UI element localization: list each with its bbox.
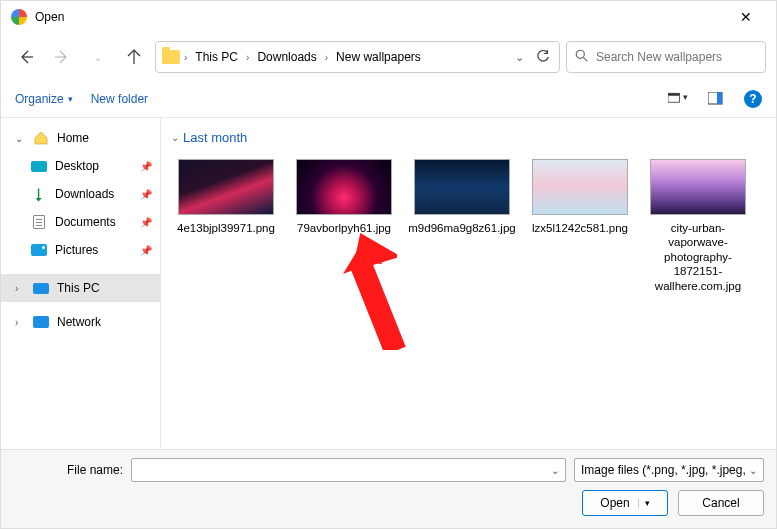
sidebar-item-pictures[interactable]: Pictures 📌 [1,236,160,264]
thumbnail [532,159,628,215]
chevron-down-icon: ▾ [68,94,73,104]
filter-value: Image files (*.png, *.jpg, *.jpeg, [581,463,749,477]
breadcrumb-new-wallpapers[interactable]: New wallpapers [332,48,425,66]
sidebar-label-pictures: Pictures [55,243,98,257]
address-bar[interactable]: › This PC › Downloads › New wallpapers ⌄ [155,41,560,73]
chevron-down-icon: ▾ [683,92,688,106]
chevron-down-icon: ▾ [638,498,650,508]
pictures-icon [31,244,47,256]
nav-row: ⌄ › This PC › Downloads › New wallpapers… [1,33,776,81]
thumbnail [650,159,746,215]
sidebar-label-network: Network [57,315,101,329]
filename-combo[interactable]: ⌄ [131,458,566,482]
chevron-right-icon: › [246,52,249,63]
download-icon: ⭣ [31,186,47,202]
search-input[interactable] [596,50,757,64]
sidebar-label-downloads: Downloads [55,187,114,201]
home-icon [33,130,49,146]
preview-icon [708,92,724,106]
thumbnail [414,159,510,215]
refresh-icon [536,50,550,64]
toolbar: Organize ▾ New folder ▾ ? [1,81,776,117]
search-box[interactable] [566,41,766,73]
thumbnail [296,159,392,215]
sidebar-label-home: Home [57,131,89,145]
bottom-panel: File name: ⌄ Image files (*.png, *.jpg, … [1,449,776,528]
folder-icon [162,50,180,64]
file-item[interactable]: lzx5l1242c581.png [521,155,639,297]
breadcrumb-downloads[interactable]: Downloads [253,48,320,66]
organize-menu[interactable]: Organize ▾ [15,92,73,106]
forward-button[interactable] [47,42,77,72]
thumbnail [178,159,274,215]
file-name: m9d96ma9g8z61.jpg [408,221,515,235]
sidebar-label-this-pc: This PC [57,281,100,295]
close-button[interactable]: ✕ [726,1,766,33]
pin-icon: 📌 [140,217,152,228]
sidebar-label-documents: Documents [55,215,116,229]
search-icon [575,49,588,65]
file-name: 79avborlpyh61.jpg [297,221,391,235]
new-folder-button[interactable]: New folder [91,92,148,106]
window-title: Open [35,10,64,24]
pin-icon: 📌 [140,245,152,256]
pin-icon: 📌 [140,161,152,172]
pc-icon [33,283,49,294]
back-button[interactable] [11,42,41,72]
sidebar-item-downloads[interactable]: ⭣ Downloads 📌 [1,180,160,208]
group-header-last-month[interactable]: ⌄ Last month [167,128,770,155]
sidebar-item-documents[interactable]: Documents 📌 [1,208,160,236]
view-options[interactable]: ▾ [668,92,688,106]
arrow-left-icon [18,49,34,65]
arrow-up-icon [126,49,142,65]
chevron-right-icon: › [325,52,328,63]
titlebar: Open ✕ [1,1,776,33]
sidebar-item-home[interactable]: ⌄ Home [1,124,160,152]
app-icon [11,9,27,25]
file-list[interactable]: ⌄ Last month 4e13bjpl39971.png 79avborlp… [161,118,776,449]
breadcrumb-this-pc[interactable]: This PC [191,48,242,66]
help-button[interactable]: ? [744,90,762,108]
new-folder-label: New folder [91,92,148,106]
file-type-filter[interactable]: Image files (*.png, *.jpg, *.jpeg, ⌄ [574,458,764,482]
sidebar: ⌄ Home Desktop 📌 ⭣ Downloads 📌 Documents… [1,118,161,449]
open-button[interactable]: Open ▾ [582,490,668,516]
chevron-down-icon: ⌄ [15,133,25,144]
cancel-label: Cancel [702,496,739,510]
svg-rect-4 [717,92,722,104]
svg-rect-2 [668,93,679,95]
preview-pane-toggle[interactable] [706,92,726,106]
address-dropdown[interactable]: ⌄ [509,51,529,64]
file-item[interactable]: city-urban-vaporwave-photography-1872151… [639,155,757,297]
file-item[interactable]: 4e13bjpl39971.png [167,155,285,297]
sidebar-label-desktop: Desktop [55,159,99,173]
file-name: 4e13bjpl39971.png [177,221,275,235]
up-button[interactable] [119,42,149,72]
recent-dropdown[interactable]: ⌄ [83,42,113,72]
desktop-icon [31,161,47,172]
sidebar-item-this-pc[interactable]: › This PC [1,274,160,302]
pin-icon: 📌 [140,189,152,200]
svg-point-0 [576,50,584,58]
file-name: lzx5l1242c581.png [532,221,628,235]
view-icon [668,92,681,106]
chevron-down-icon: ⌄ [171,132,179,143]
open-label: Open [600,496,629,510]
organize-label: Organize [15,92,64,106]
sidebar-item-network[interactable]: › Network [1,308,160,336]
refresh-button[interactable] [533,50,553,64]
arrow-right-icon [54,49,70,65]
file-item[interactable]: 79avborlpyh61.jpg [285,155,403,297]
cancel-button[interactable]: Cancel [678,490,764,516]
file-name: city-urban-vaporwave-photography-1872151… [643,221,753,293]
chevron-down-icon: ⌄ [551,465,559,476]
chevron-right-icon: › [15,283,25,294]
chevron-right-icon: › [15,317,25,328]
network-icon [33,316,49,328]
main-area: ⌄ Home Desktop 📌 ⭣ Downloads 📌 Documents… [1,117,776,449]
group-label: Last month [183,130,247,145]
chevron-right-icon: › [184,52,187,63]
file-item[interactable]: m9d96ma9g8z61.jpg [403,155,521,297]
sidebar-item-desktop[interactable]: Desktop 📌 [1,152,160,180]
filename-label: File name: [13,463,123,477]
